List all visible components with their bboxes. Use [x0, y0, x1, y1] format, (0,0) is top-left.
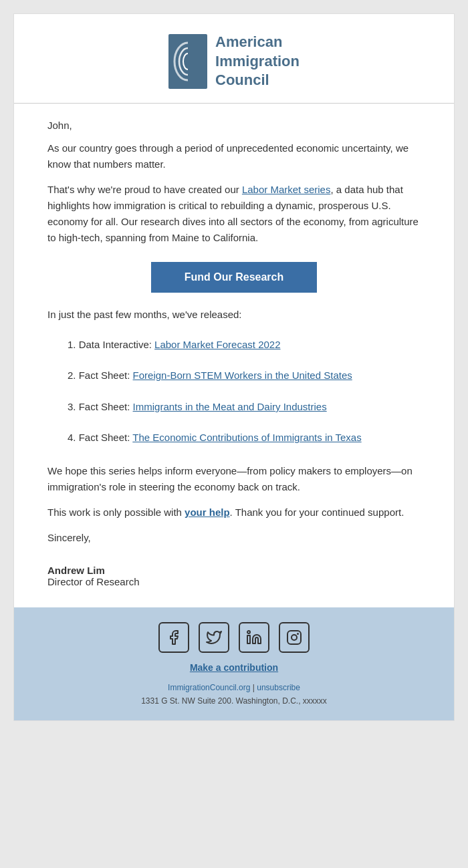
item1-prefix: 1. Data Interactive: — [68, 339, 154, 350]
item1-link[interactable]: Labor Market Forecast 2022 — [154, 339, 280, 350]
item4-link[interactable]: The Economic Contributions of Immigrants… — [132, 432, 361, 443]
footer-website: ImmigrationCouncil.org — [168, 683, 250, 692]
list-item-4: 4. Fact Sheet: The Economic Contribution… — [47, 424, 421, 452]
list-intro: In just the past few months, we've relea… — [47, 309, 421, 320]
logo: American Immigration Council — [168, 33, 300, 90]
paragraph-4: This work is only possible with your hel… — [47, 504, 421, 521]
p4-before: This work is only possible with — [47, 507, 185, 518]
your-help-link[interactable]: your help — [185, 507, 230, 518]
list-item-2: 2. Fact Sheet: Foreign-Born STEM Workers… — [47, 361, 421, 390]
p2-before-link: That's why we're proud to have created o… — [47, 184, 242, 195]
svg-point-8 — [297, 633, 299, 635]
logo-line3: Council — [215, 71, 300, 90]
p4-after: . Thank you for your continued support. — [230, 507, 404, 518]
labor-market-series-link[interactable]: Labor Market series — [242, 184, 331, 195]
footer-info: ImmigrationCouncil.org | unsubscribe 133… — [27, 681, 441, 708]
signature-block: Andrew Lim Director of Research — [47, 565, 421, 587]
svg-rect-6 — [287, 631, 301, 644]
facebook-icon[interactable] — [158, 622, 189, 653]
paragraph-1: As our country goes through a period of … — [47, 140, 421, 172]
email-body: John, As our country goes through a peri… — [14, 104, 454, 607]
svg-point-5 — [247, 631, 250, 633]
logo-text: American Immigration Council — [215, 33, 300, 90]
fund-research-button[interactable]: Fund Our Research — [151, 262, 317, 293]
fact-list: 1. Data Interactive: Labor Market Foreca… — [47, 331, 421, 452]
logo-icon — [168, 34, 207, 89]
logo-line2: Immigration — [215, 52, 300, 71]
svg-rect-4 — [188, 41, 207, 82]
email-header: American Immigration Council — [14, 14, 454, 104]
footer-address: 1331 G St. NW Suite 200. Washington, D.C… — [141, 696, 327, 706]
item4-prefix: 4. Fact Sheet: — [68, 432, 132, 443]
twitter-icon[interactable] — [199, 622, 229, 653]
instagram-icon[interactable] — [279, 622, 310, 653]
email-container: American Immigration Council John, As ou… — [13, 13, 455, 721]
list-item-3: 3. Fact Sheet: Immigrants in the Meat an… — [47, 393, 421, 422]
paragraph-3: We hope this series helps inform everyon… — [47, 463, 421, 495]
website-link[interactable]: ImmigrationCouncil.org — [168, 683, 250, 692]
fund-button-container: Fund Our Research — [47, 262, 421, 293]
list-item-1: 1. Data Interactive: Labor Market Foreca… — [47, 331, 421, 359]
linkedin-icon[interactable] — [239, 622, 269, 653]
make-contribution-link[interactable]: Make a contribution — [27, 662, 441, 673]
item2-link[interactable]: Foreign-Born STEM Workers in the United … — [133, 370, 352, 381]
signature-name: Andrew Lim — [47, 565, 421, 576]
paragraph-2: That's why we're proud to have created o… — [47, 182, 421, 246]
unsubscribe-link[interactable]: unsubscribe — [257, 683, 300, 692]
logo-line1: American — [215, 33, 300, 52]
email-footer: Make a contribution ImmigrationCouncil.o… — [14, 607, 454, 720]
sincerely: Sincerely, — [47, 530, 421, 546]
item2-prefix: 2. Fact Sheet: — [68, 370, 133, 381]
signature-title: Director of Research — [47, 576, 421, 587]
social-icons-container — [27, 622, 441, 653]
svg-point-7 — [291, 635, 297, 640]
item3-prefix: 3. Fact Sheet: — [68, 401, 133, 412]
item3-link[interactable]: Immigrants in the Meat and Dairy Industr… — [133, 401, 327, 412]
greeting: John, — [47, 120, 421, 131]
